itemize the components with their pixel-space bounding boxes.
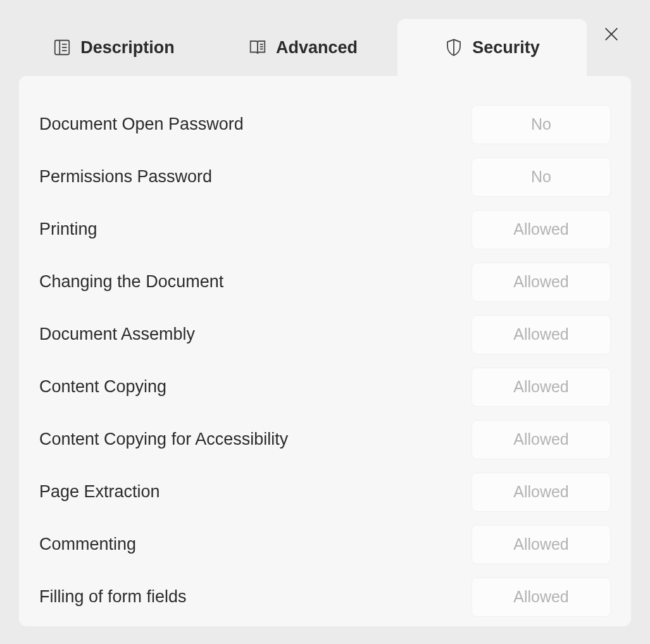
setting-row: Filling of form fields Allowed [39,571,611,623]
setting-value: No [472,158,611,197]
setting-value: Allowed [472,578,611,617]
setting-value: Allowed [472,420,611,459]
setting-row: Printing Allowed [39,203,611,256]
tab-security[interactable]: Security [397,19,587,76]
setting-row: Document Assembly Allowed [39,308,611,361]
document-properties-dialog: Description Advanced Securi [0,0,650,644]
description-icon [53,38,72,57]
setting-row: Document Open Password No [39,98,611,151]
setting-label: Content Copying [39,377,166,397]
shield-icon [444,38,463,57]
setting-label: Changing the Document [39,272,223,292]
setting-label: Content Copying for Accessibility [39,430,288,449]
setting-label: Commenting [39,535,136,554]
close-icon [603,25,620,46]
setting-value: Allowed [472,315,611,354]
setting-value: Allowed [472,368,611,407]
setting-label: Page Extraction [39,482,160,502]
book-icon [248,38,267,57]
security-panel: Document Open Password No Permissions Pa… [19,76,631,626]
setting-row: Content Copying for Accessibility Allowe… [39,413,611,466]
tab-bar: Description Advanced Securi [0,0,650,76]
setting-value: Allowed [472,263,611,302]
setting-label: Permissions Password [39,167,212,187]
tab-advanced[interactable]: Advanced [208,19,397,76]
tab-description[interactable]: Description [19,19,208,76]
setting-value: Allowed [472,525,611,564]
close-button[interactable] [601,25,622,46]
setting-value: Allowed [472,473,611,512]
tab-advanced-label: Advanced [276,38,358,58]
setting-row: Page Extraction Allowed [39,466,611,518]
tab-description-label: Description [80,38,175,58]
setting-label: Printing [39,220,97,239]
setting-row: Commenting Allowed [39,518,611,571]
setting-row: Content Copying Allowed [39,361,611,413]
setting-value: No [472,105,611,144]
setting-label: Document Assembly [39,325,195,344]
setting-row: Changing the Document Allowed [39,256,611,308]
tab-security-label: Security [472,38,540,58]
setting-label: Filling of form fields [39,587,187,607]
setting-value: Allowed [472,210,611,249]
setting-row: Permissions Password No [39,151,611,203]
setting-label: Document Open Password [39,115,244,134]
